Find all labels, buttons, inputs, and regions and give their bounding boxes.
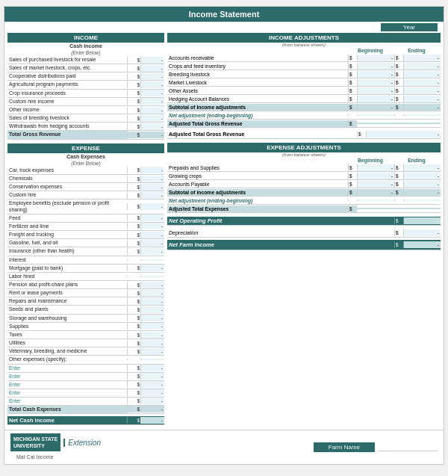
iadj-v1-adjgross[interactable] <box>357 123 394 124</box>
exp-value-15[interactable] <box>140 290 164 297</box>
income-value-6[interactable] <box>140 98 164 105</box>
exp-value-7[interactable] <box>140 223 164 229</box>
exp-row-e2: Enter $ <box>7 373 164 381</box>
iadj-row-6: Hedging Account Balances $ $ <box>167 95 441 103</box>
eadj-v2-3[interactable] <box>403 181 441 188</box>
exp-value-10[interactable] <box>140 248 164 255</box>
exp-row-11: Interest <box>7 256 164 265</box>
iadj-v1-3[interactable] <box>357 71 394 78</box>
exp-value-2[interactable] <box>140 176 164 182</box>
exp-value-e4[interactable] <box>140 389 164 396</box>
exp-value-22[interactable] <box>140 348 164 355</box>
income-value-2[interactable] <box>140 65 164 72</box>
exp-row-9: Gasoline, fuel, and oil $ <box>7 239 164 247</box>
eadj-d1-2: $ <box>348 173 357 179</box>
income-label-6: Custom hire income <box>7 98 127 105</box>
expense-section: EXPENSE Cash Expenses (Enter Below) Car,… <box>7 143 164 425</box>
exp-enter-4[interactable]: Enter <box>7 389 127 397</box>
exp-total-value[interactable] <box>140 406 164 412</box>
farm-name-value[interactable] <box>378 444 438 451</box>
exp-value-5[interactable] <box>140 203 164 210</box>
exp-value-4[interactable] <box>140 192 164 199</box>
iadj-v2-3[interactable] <box>403 71 441 78</box>
iadj-v1-6[interactable] <box>357 96 394 102</box>
exp-dollar-e5: $ <box>127 398 140 404</box>
exp-value-e2[interactable] <box>140 373 164 380</box>
eadj-v1-subtotal[interactable] <box>357 189 394 196</box>
iadj-v2-4[interactable] <box>403 79 441 86</box>
exp-row-20: Taxes $ <box>7 331 164 339</box>
income-value-9[interactable] <box>140 123 164 130</box>
iadj-v2-5[interactable] <box>403 87 441 94</box>
iadj-v2-2[interactable] <box>403 63 441 69</box>
exp-value-1[interactable] <box>140 167 164 173</box>
eadj-label-adjexp: Adjusted Total Expenses <box>167 205 348 212</box>
eadj-v1-3[interactable] <box>357 181 394 188</box>
exp-value-19[interactable] <box>140 323 164 330</box>
dep-row: Depreciation $ - <box>167 228 441 238</box>
dep-value[interactable]: - <box>403 229 441 236</box>
iadj-v2-6[interactable] <box>403 96 441 102</box>
income-value-5[interactable] <box>140 90 164 96</box>
adj-gross-summary-value[interactable]: - <box>366 131 441 137</box>
expense-enter-below: (Enter Below) <box>7 160 164 167</box>
income-value-4[interactable] <box>140 81 164 88</box>
eadj-d1-1: $ <box>348 164 357 171</box>
exp-value-3[interactable] <box>140 184 164 191</box>
income-value-1[interactable] <box>140 57 164 64</box>
exp-value-e3[interactable] <box>140 381 164 388</box>
net-cash-label: Net Cash Income <box>7 416 127 424</box>
exp-value-20[interactable] <box>140 332 164 339</box>
eadj-v2-1[interactable] <box>403 164 441 171</box>
exp-row-6: Feed $ <box>7 214 164 223</box>
iadj-label-adjgross: Adjusted Total Gross Revenue <box>167 120 348 127</box>
iadj-v1-1[interactable] <box>357 55 394 61</box>
exp-enter-1[interactable]: Enter <box>7 365 127 372</box>
exp-value-12[interactable] <box>140 265 164 271</box>
iadj-v1-4[interactable] <box>357 79 394 86</box>
exp-value-13[interactable] <box>140 276 164 277</box>
iadj-v2-1[interactable] <box>403 55 441 61</box>
eadj-v1-2[interactable] <box>357 173 394 179</box>
iadj-label-netadj: Net adjustment (ending-beginning) <box>167 112 348 119</box>
net-cash-row: Net Cash Income $ <box>7 416 164 425</box>
exp-value-6[interactable] <box>140 214 164 221</box>
eadj-v2-2[interactable] <box>403 173 441 179</box>
exp-value-e5[interactable] <box>140 398 164 404</box>
income-value-7[interactable] <box>140 107 164 114</box>
net-cash-value[interactable] <box>140 417 164 424</box>
exp-value-8[interactable] <box>140 232 164 238</box>
iadj-label-5: Other Assets <box>167 87 348 94</box>
iadj-v1-subtotal[interactable] <box>357 104 394 111</box>
exp-enter-3[interactable]: Enter <box>7 381 127 389</box>
iadj-v2-subtotal[interactable] <box>403 104 441 111</box>
exp-enter-5[interactable]: Enter <box>7 398 127 405</box>
exp-value-21[interactable] <box>140 340 164 347</box>
iadj-label-subtotal: Subtotal of Income adjustments <box>167 104 348 111</box>
exp-value-18[interactable] <box>140 315 164 321</box>
dep-dollar: $ <box>394 229 403 236</box>
exp-dollar-9: $ <box>127 240 140 247</box>
net-op-value[interactable] <box>403 217 441 224</box>
eadj-v2-subtotal[interactable] <box>403 189 441 196</box>
exp-value-9[interactable] <box>140 240 164 247</box>
exp-row-22: Veterinary, breeding, and medicine $ <box>7 347 164 356</box>
exp-value-17[interactable] <box>140 306 164 313</box>
eadj-v1-1[interactable] <box>357 164 394 171</box>
exp-dollar-7: $ <box>127 223 140 229</box>
exp-value-16[interactable] <box>140 298 164 305</box>
iadj-d1-6: $ <box>348 96 357 102</box>
income-row-5: Crop insurance proceeds $ <box>7 90 164 98</box>
net-farm-value[interactable] <box>403 241 441 248</box>
iadj-v1-2[interactable] <box>357 63 394 69</box>
income-total-value[interactable] <box>140 132 164 138</box>
exp-enter-2[interactable]: Enter <box>7 373 127 380</box>
income-value-8[interactable] <box>140 115 164 122</box>
exp-value-11[interactable] <box>140 259 164 261</box>
left-column: INCOME Cash Income (Enter Below) Sales o… <box>7 33 164 427</box>
exp-value-14[interactable] <box>140 282 164 288</box>
income-value-3[interactable] <box>140 73 164 80</box>
iadj-v1-5[interactable] <box>357 87 394 94</box>
exp-value-e1[interactable] <box>140 365 164 371</box>
eadj-v1-adjexp[interactable] <box>357 208 394 209</box>
